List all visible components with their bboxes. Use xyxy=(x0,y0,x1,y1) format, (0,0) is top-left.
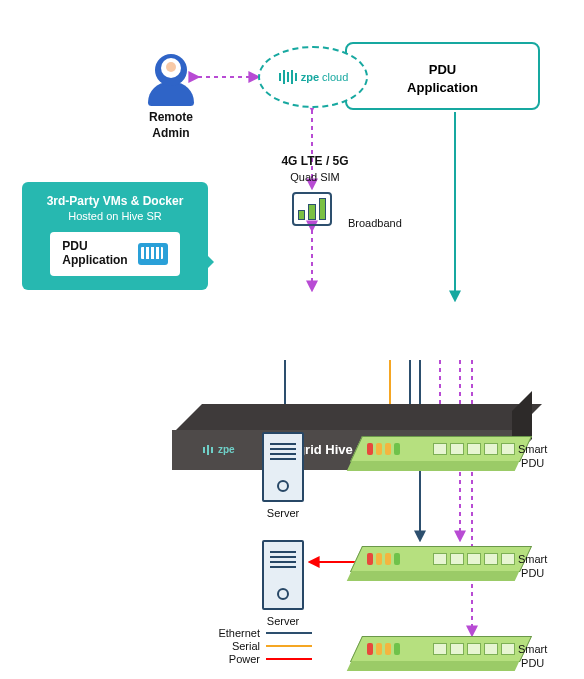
hive-brand-logo: zpe xyxy=(202,444,235,455)
legend: Ethernet Serial Power xyxy=(208,626,312,666)
server-icon xyxy=(262,432,304,502)
server-2: Server xyxy=(262,540,304,628)
legend-power-label: Power xyxy=(208,653,260,665)
remote-admin-label: RemoteAdmin xyxy=(149,110,193,141)
user-icon xyxy=(155,54,187,86)
hive-brand-text: zpe xyxy=(218,444,235,455)
pdu-icon xyxy=(350,436,532,462)
pdu-1-label: SmartPDU xyxy=(518,442,547,471)
remote-admin: RemoteAdmin xyxy=(148,54,194,141)
docker-icon xyxy=(138,243,168,265)
cloud-suffix: cloud xyxy=(322,71,348,83)
zpe-cloud-logo: zpecloud xyxy=(278,70,349,84)
callout-inner-card: PDUApplication xyxy=(50,232,179,276)
server-1-label: Server xyxy=(267,506,299,520)
smart-pdu-1 xyxy=(356,436,526,462)
callout-title: 3rd-Party VMs & Docker xyxy=(32,194,198,208)
callout-subtitle: Hosted on Hive SR xyxy=(32,210,198,222)
smart-pdu-3 xyxy=(356,636,526,662)
cloud-brand: zpe xyxy=(301,71,319,83)
wireless-subtitle: Quad SIM xyxy=(270,170,360,184)
smart-pdu-2 xyxy=(356,546,526,572)
callout-app-label: PDUApplication xyxy=(62,240,127,268)
pdu-2-label: SmartPDU xyxy=(518,552,547,581)
cloud-app-label: PDUApplication xyxy=(407,62,478,95)
legend-eth-label: Ethernet xyxy=(208,627,260,639)
pdu-icon xyxy=(350,546,532,572)
pdu-3-label: SmartPDU xyxy=(518,642,547,671)
pdu-icon xyxy=(350,636,532,662)
cloud-icon: zpecloud xyxy=(258,46,368,108)
wireless-title: 4G LTE / 5G xyxy=(270,154,360,170)
broadband-label: Broadband xyxy=(348,216,402,230)
callout-card: 3rd-Party VMs & Docker Hosted on Hive SR… xyxy=(22,182,208,290)
cloud-app-box: PDUApplication xyxy=(345,42,540,110)
legend-serial-label: Serial xyxy=(208,640,260,652)
server-1: Server xyxy=(262,432,304,520)
server-icon xyxy=(262,540,304,610)
signal-icon xyxy=(292,192,332,226)
